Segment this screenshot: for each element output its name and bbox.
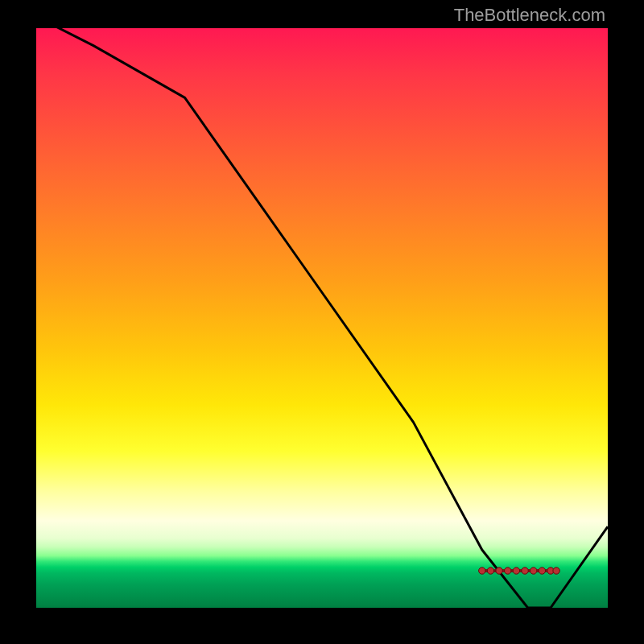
marker-dot (553, 568, 559, 574)
series-curve (36, 28, 608, 608)
marker-dot (496, 568, 502, 574)
attribution-text: TheBottleneck.com (454, 5, 605, 26)
curve-path (36, 28, 608, 608)
marker-dot (530, 568, 537, 574)
marker-dot (539, 568, 545, 574)
marker-dot (487, 568, 493, 574)
bottom-markers (479, 568, 560, 574)
marker-dot (522, 568, 528, 574)
chart-frame: TheBottleneck.com (0, 0, 644, 644)
marker-dot (479, 568, 485, 574)
marker-dot (513, 568, 519, 574)
chart-overlay (36, 28, 608, 608)
marker-dot (505, 568, 511, 574)
plot-area (36, 28, 608, 608)
